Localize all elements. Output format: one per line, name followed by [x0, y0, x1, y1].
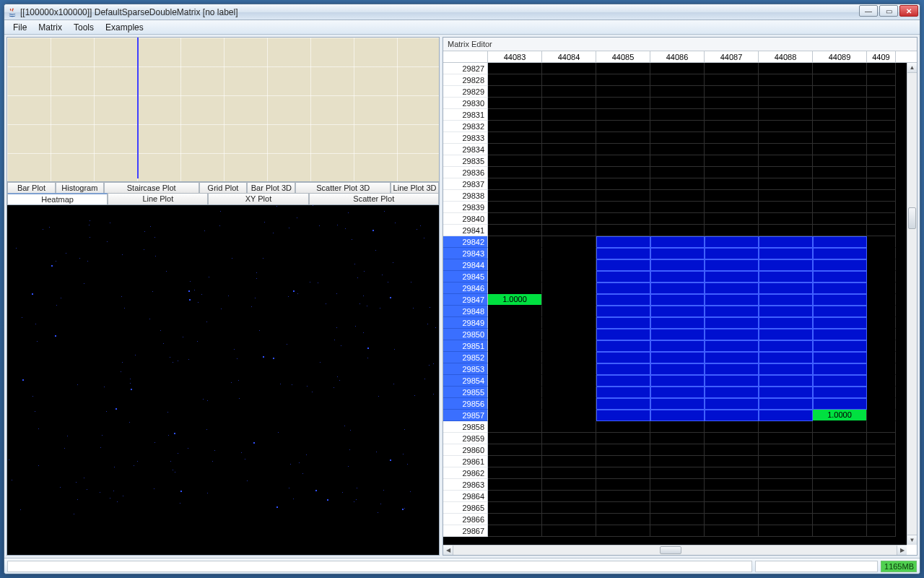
cell[interactable] — [542, 398, 596, 410]
table-row[interactable]: 29852 — [443, 352, 907, 363]
cell[interactable] — [813, 479, 867, 491]
cell[interactable] — [813, 456, 867, 467]
table-row[interactable]: 29832 — [443, 121, 907, 132]
cell[interactable] — [867, 456, 896, 467]
cell[interactable] — [813, 109, 867, 121]
column-header[interactable]: 44087 — [705, 51, 759, 62]
table-row[interactable]: 29858 — [443, 421, 907, 433]
cell[interactable] — [759, 178, 813, 190]
scroll-up-icon[interactable]: ▲ — [907, 63, 917, 73]
cell[interactable] — [813, 167, 867, 178]
cell[interactable] — [596, 248, 650, 259]
table-row[interactable]: 29828 — [443, 74, 907, 86]
cell[interactable] — [867, 479, 896, 491]
cell[interactable] — [488, 340, 542, 352]
cell[interactable] — [813, 433, 867, 444]
cell[interactable] — [488, 86, 542, 98]
column-header[interactable]: 4409 — [867, 51, 896, 62]
cell[interactable] — [759, 421, 813, 433]
cell[interactable] — [488, 306, 542, 317]
cell[interactable] — [705, 340, 759, 352]
cell[interactable] — [542, 479, 596, 491]
cell[interactable] — [813, 467, 867, 479]
cell[interactable] — [705, 282, 759, 294]
cell[interactable] — [867, 63, 896, 74]
cell[interactable] — [813, 178, 867, 190]
cell[interactable]: 1.0000 — [813, 410, 867, 421]
cell[interactable] — [650, 213, 705, 225]
cell[interactable] — [542, 178, 596, 190]
row-header[interactable]: 29848 — [443, 306, 488, 317]
cell[interactable] — [759, 271, 813, 282]
cell[interactable] — [705, 74, 759, 86]
cell[interactable] — [759, 294, 813, 306]
cell[interactable] — [867, 178, 896, 190]
cell[interactable] — [759, 502, 813, 514]
cell[interactable] — [542, 329, 596, 340]
cell[interactable] — [596, 502, 650, 514]
table-row[interactable]: 29834 — [443, 144, 907, 155]
cell[interactable] — [759, 63, 813, 74]
horizontal-scrollbar[interactable]: ◀ ▶ — [443, 545, 907, 555]
cell[interactable] — [542, 410, 596, 421]
cell[interactable] — [867, 444, 896, 456]
cell[interactable] — [813, 329, 867, 340]
row-header[interactable]: 29831 — [443, 109, 488, 121]
cell[interactable] — [650, 225, 705, 236]
cell[interactable] — [650, 190, 705, 202]
row-header[interactable]: 29860 — [443, 444, 488, 456]
cell[interactable] — [650, 329, 705, 340]
tab-staircase-plot[interactable]: Staircase Plot — [104, 182, 199, 193]
cell[interactable] — [650, 98, 705, 109]
cell[interactable] — [650, 525, 705, 537]
cell[interactable] — [813, 340, 867, 352]
cell[interactable] — [705, 398, 759, 410]
cell[interactable] — [650, 410, 705, 421]
table-row[interactable]: 29839 — [443, 202, 907, 213]
cell[interactable] — [867, 155, 896, 167]
cell[interactable] — [596, 317, 650, 329]
cell[interactable] — [759, 132, 813, 144]
menu-tools[interactable]: Tools — [68, 21, 100, 34]
cell[interactable] — [759, 444, 813, 456]
cell[interactable] — [867, 109, 896, 121]
close-button[interactable]: ✕ — [899, 5, 918, 17]
table-row[interactable]: 29833 — [443, 132, 907, 144]
cell[interactable] — [813, 444, 867, 456]
cell[interactable] — [650, 248, 705, 259]
cell[interactable] — [542, 259, 596, 271]
tab-xy-plot[interactable]: XY Plot — [208, 193, 308, 204]
table-row[interactable]: 29835 — [443, 155, 907, 167]
cell[interactable] — [705, 525, 759, 537]
table-row[interactable]: 29841 — [443, 225, 907, 236]
row-header[interactable]: 29830 — [443, 98, 488, 109]
cell[interactable] — [542, 63, 596, 74]
table-row[interactable]: 29862 — [443, 467, 907, 479]
cell[interactable] — [705, 178, 759, 190]
row-header[interactable]: 29845 — [443, 271, 488, 282]
row-header[interactable]: 29865 — [443, 502, 488, 514]
cell[interactable] — [650, 178, 705, 190]
cell[interactable] — [488, 109, 542, 121]
cell[interactable] — [813, 259, 867, 271]
cell[interactable] — [705, 306, 759, 317]
cell[interactable] — [596, 375, 650, 387]
row-header[interactable]: 29867 — [443, 525, 488, 537]
cell[interactable] — [650, 363, 705, 375]
cell[interactable] — [542, 225, 596, 236]
cell[interactable] — [813, 514, 867, 525]
cell[interactable] — [759, 467, 813, 479]
row-header[interactable]: 29828 — [443, 74, 488, 86]
cell[interactable] — [488, 410, 542, 421]
cell[interactable] — [596, 225, 650, 236]
cell[interactable] — [813, 398, 867, 410]
cell[interactable] — [596, 514, 650, 525]
titlebar[interactable]: [[100000x100000]] DefaultSparseDoubleMat… — [4, 4, 920, 20]
cell[interactable] — [542, 86, 596, 98]
cell[interactable] — [542, 375, 596, 387]
tab-scatter-plot[interactable]: Scatter Plot — [309, 193, 439, 204]
cell[interactable] — [759, 329, 813, 340]
table-row[interactable]: 29829 — [443, 86, 907, 98]
cell[interactable] — [867, 502, 896, 514]
cell[interactable] — [813, 236, 867, 248]
